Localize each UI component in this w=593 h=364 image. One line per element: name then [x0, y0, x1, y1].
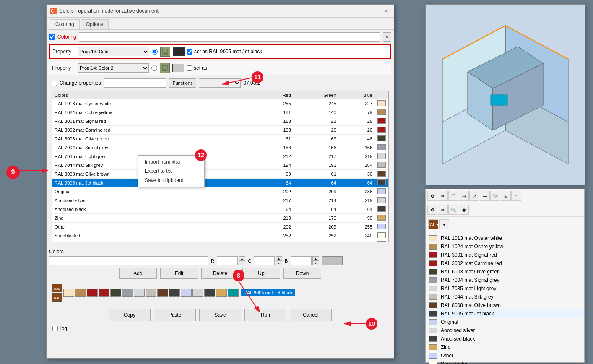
property1-set-input[interactable] [187, 49, 192, 55]
date-select[interactable] [199, 78, 241, 88]
palette-color-swatch[interactable] [87, 289, 98, 297]
g-spin-down[interactable]: ▼ [276, 261, 282, 265]
palette-color-swatch[interactable] [146, 289, 156, 297]
palette-color-swatch[interactable] [122, 289, 133, 297]
table-row[interactable]: RAL 1024 mat Ochre yellow 181 140 79 [52, 108, 388, 117]
tb-btn-4[interactable]: ◎ [459, 191, 469, 201]
g-spin-up[interactable]: ▲ [276, 256, 282, 261]
down-button[interactable]: Down [283, 268, 321, 279]
table-row[interactable]: RAL 3001 mat Signal red 163 23 26 [52, 117, 388, 126]
table-row[interactable]: Other 202 209 255 [52, 223, 388, 231]
color-list-item[interactable]: RAL 6003 mat Olive green [426, 268, 584, 276]
coloring-input[interactable] [79, 32, 380, 42]
palette-color-swatch[interactable] [63, 289, 74, 297]
table-row[interactable]: Anodised black 64 64 64 [52, 205, 388, 214]
table-row[interactable]: RAL 1013 mat Oyster white 255 245 227 [52, 99, 388, 108]
tb-btn-3[interactable]: 📋 [448, 191, 458, 201]
color-list-item[interactable]: Anodised black [426, 335, 584, 343]
color-list-item[interactable]: RAL 1024 mat Ochre yellow [426, 242, 584, 251]
color-name-input[interactable] [49, 256, 208, 265]
table-row[interactable]: Anodised silver 217 214 219 [52, 196, 388, 205]
g-input[interactable]: 30 [254, 256, 275, 265]
property1-radio[interactable] [152, 49, 158, 55]
table-row[interactable]: Zinc 210 170 90 [52, 214, 388, 223]
add-button[interactable]: Add [119, 268, 157, 279]
dialog-close-button[interactable]: × [382, 7, 390, 15]
log-checkbox[interactable] [52, 326, 58, 331]
color-list-item[interactable]: RAL 1013 mat Oyster white [426, 234, 584, 242]
tab-options[interactable]: Options [81, 19, 109, 29]
context-menu-item-2[interactable]: Save to clipboard [138, 176, 204, 185]
property2-select[interactable]: Prop.14: Color 2 [78, 63, 149, 73]
color-list-item[interactable]: RAL 3002 mat Carmine red [426, 259, 584, 268]
cancel-button[interactable]: Cancel [290, 309, 332, 321]
r-input[interactable] [217, 256, 238, 265]
table-row[interactable]: RAL 9005 mat Jet black 64 64 64 [52, 179, 388, 187]
palette-color-swatch[interactable] [228, 289, 239, 297]
paste-button[interactable]: Paste [154, 309, 196, 321]
context-menu-item-1[interactable]: Export to txt [138, 166, 204, 176]
color-list-item[interactable]: RAL 7004 mat Signal grey [426, 276, 584, 284]
b-input[interactable]: 30 [291, 256, 312, 265]
property2-radio[interactable] [151, 65, 157, 71]
color-list-item[interactable]: RAL 7044 mat Silk grey [426, 293, 584, 301]
table-row[interactable]: RAL 7004 mat Signal grey 156 156 166 [52, 143, 388, 152]
functions-button[interactable]: Functions [169, 78, 197, 88]
tb-btn-1[interactable]: ⚙ [427, 191, 437, 201]
palette-color-swatch[interactable] [204, 289, 215, 297]
palette-color-swatch[interactable] [134, 289, 145, 297]
tb-btn-9[interactable]: ≡ [511, 191, 521, 201]
edit-button[interactable]: Edit [160, 268, 198, 279]
color-list-item[interactable]: RAL 8008 mat Olive brown [426, 301, 584, 309]
palette-color-swatch[interactable] [216, 289, 227, 297]
color-list-item[interactable]: Sandblasted [426, 360, 584, 364]
copy-button[interactable]: Copy [109, 309, 151, 321]
b-spin-up[interactable]: ▲ [312, 256, 319, 261]
r-spin-up[interactable]: ▲ [239, 256, 245, 261]
color-list-item[interactable]: Anodised silver [426, 326, 584, 335]
property1-select[interactable]: Prop.13: Color [78, 47, 149, 56]
collapse-button[interactable]: < [383, 32, 391, 42]
color-list-item[interactable]: Zinc [426, 343, 584, 351]
save-button[interactable]: Save [199, 309, 241, 321]
coloring-checkbox[interactable] [49, 34, 55, 40]
tb-btn-13[interactable]: ◉ [459, 205, 469, 215]
table-row[interactable]: RAL 1000 hard structure Green beige 214 … [52, 240, 388, 242]
tb-btn-2[interactable]: ✏ [438, 191, 448, 201]
property1-icon[interactable] [160, 47, 170, 57]
up-button[interactable]: Up [242, 268, 280, 279]
color-list-item[interactable]: Original [426, 318, 584, 326]
b-spin-down[interactable]: ▼ [312, 261, 319, 265]
table-row[interactable]: RAL 8008 mat Olive brown 99 61 36 [52, 170, 388, 179]
table-row[interactable]: RAL 7044 mat Silk grey 194 191 184 [52, 161, 388, 170]
r-spin-down[interactable]: ▼ [239, 261, 245, 265]
ral-btn-2[interactable]: ▼ [439, 219, 449, 229]
color-list-item[interactable]: RAL 7035 mat Light grey [426, 284, 584, 293]
table-row[interactable]: Sandblasted 252 252 240 [52, 231, 388, 240]
context-menu-item-0[interactable]: Import from xlsx [138, 157, 204, 166]
ral-dropdown-btn[interactable]: RAL▼ [428, 219, 438, 229]
tb-btn-8[interactable]: ⊞ [501, 191, 511, 201]
palette-color-swatch[interactable] [110, 289, 121, 297]
color-list-item[interactable]: Other [426, 351, 584, 360]
tb-btn-6[interactable]: — [480, 191, 490, 201]
table-row[interactable]: RAL 6003 mat Olive green 61 69 46 [52, 135, 388, 143]
table-row[interactable]: RAL 7035 mat Light grey 212 217 219 [52, 152, 388, 161]
palette-color-swatch[interactable] [192, 289, 203, 297]
color-list-item[interactable]: RAL 9005 mat Jet black [426, 309, 584, 318]
palette-color-swatch[interactable] [169, 289, 180, 297]
tb-btn-7[interactable]: 📎 [490, 191, 500, 201]
table-row[interactable]: RAL 3002 mat Carmine red 163 26 26 [52, 126, 388, 135]
palette-color-swatch[interactable] [75, 289, 86, 297]
change-props-input[interactable] [104, 78, 166, 88]
property2-set-input[interactable] [187, 65, 192, 71]
tb-btn-11[interactable]: ✏ [438, 205, 448, 215]
property2-icon[interactable] [160, 63, 170, 73]
color-list-item[interactable]: RAL 3001 mat Signal red [426, 251, 584, 259]
change-props-checkbox[interactable] [52, 81, 57, 86]
tb-btn-5[interactable]: ↗ [469, 191, 479, 201]
palette-color-swatch[interactable] [99, 289, 109, 297]
run-button[interactable]: Run [244, 309, 286, 321]
tb-btn-12[interactable]: 🔍 [448, 205, 458, 215]
palette-color-swatch[interactable] [181, 289, 192, 297]
